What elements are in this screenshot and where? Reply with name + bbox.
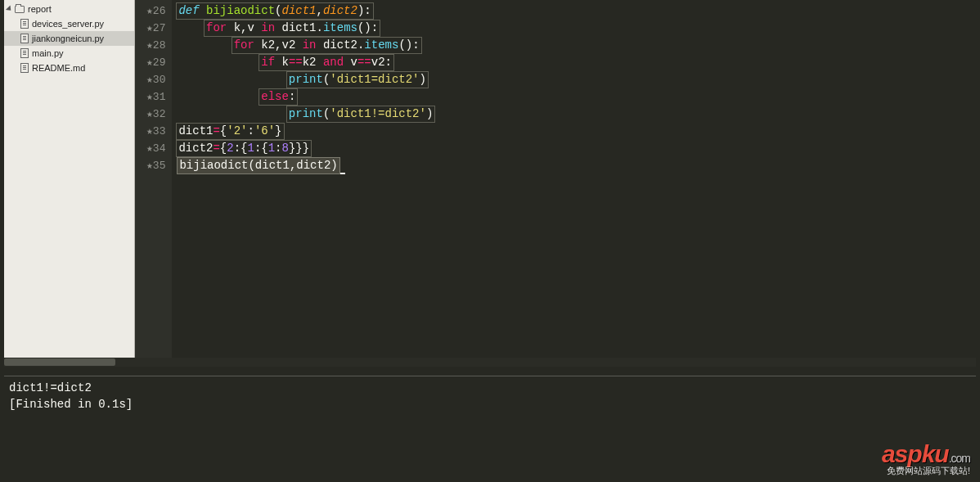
build-output-panel[interactable]: dict1!=dict2 [Finished in 0.1s] bbox=[4, 376, 976, 479]
code-editor[interactable]: ★26 ★27 ★28 ★29 ★30 ★31 ★32 ★33 ★34 ★35 … bbox=[135, 0, 980, 367]
folder-icon bbox=[15, 6, 25, 13]
text-cursor bbox=[340, 161, 345, 174]
code-line-33[interactable]: dict1={'2':'6'} bbox=[177, 123, 980, 140]
folder-label: report bbox=[28, 4, 52, 14]
file-icon bbox=[20, 63, 29, 73]
code-line-29[interactable]: if k==k2 and v==v2: bbox=[177, 54, 980, 71]
folder-report[interactable]: report bbox=[4, 2, 134, 16]
watermark-logo: aspku.com bbox=[882, 440, 970, 468]
file-item-devices-server[interactable]: devices_server.py bbox=[4, 16, 134, 31]
file-label: README.md bbox=[32, 63, 85, 73]
file-icon bbox=[20, 34, 29, 43]
file-label: jiankongneicun.py bbox=[32, 34, 104, 43]
code-line-34[interactable]: dict2={2:{1:{1:8}}} bbox=[177, 140, 980, 157]
file-item-jiankongneicun[interactable]: jiankongneicun.py bbox=[4, 31, 134, 46]
watermark-subtitle: 免费网站源码下载站! bbox=[882, 465, 970, 477]
code-line-30[interactable]: print('dict1=dict2') bbox=[177, 71, 980, 88]
code-line-31[interactable]: else: bbox=[177, 88, 980, 106]
code-line-27[interactable]: for k,v in dict1.items(): bbox=[177, 20, 980, 37]
scrollbar-thumb[interactable] bbox=[4, 358, 115, 366]
console-status-line: [Finished in 0.1s] bbox=[9, 396, 971, 412]
main-area: report devices_server.py jiankongneicun.… bbox=[0, 0, 980, 367]
file-label: devices_server.py bbox=[32, 19, 104, 29]
watermark: aspku.com 免费网站源码下载站! bbox=[882, 440, 970, 477]
code-line-26[interactable]: def bijiaodict(dict1,dict2): bbox=[177, 2, 980, 20]
file-item-main[interactable]: main.py bbox=[4, 46, 134, 61]
file-label: main.py bbox=[32, 48, 64, 58]
console-output-line: dict1!=dict2 bbox=[9, 380, 971, 396]
folder-expand-arrow-icon[interactable] bbox=[6, 5, 13, 12]
file-icon bbox=[20, 48, 29, 58]
code-content[interactable]: def bijiaodict(dict1,dict2): for k,v in … bbox=[172, 0, 980, 367]
code-line-35[interactable]: bijiaodict(dict1,dict2) bbox=[177, 157, 980, 174]
code-line-28[interactable]: for k2,v2 in dict2.items(): bbox=[177, 37, 980, 54]
horizontal-scrollbar[interactable] bbox=[4, 358, 976, 367]
line-number-gutter: ★26 ★27 ★28 ★29 ★30 ★31 ★32 ★33 ★34 ★35 bbox=[135, 0, 172, 367]
file-icon bbox=[20, 19, 29, 29]
file-item-readme[interactable]: README.md bbox=[4, 61, 134, 75]
file-tree-sidebar[interactable]: report devices_server.py jiankongneicun.… bbox=[4, 0, 135, 367]
code-line-32[interactable]: print('dict1!=dict2') bbox=[177, 106, 980, 123]
